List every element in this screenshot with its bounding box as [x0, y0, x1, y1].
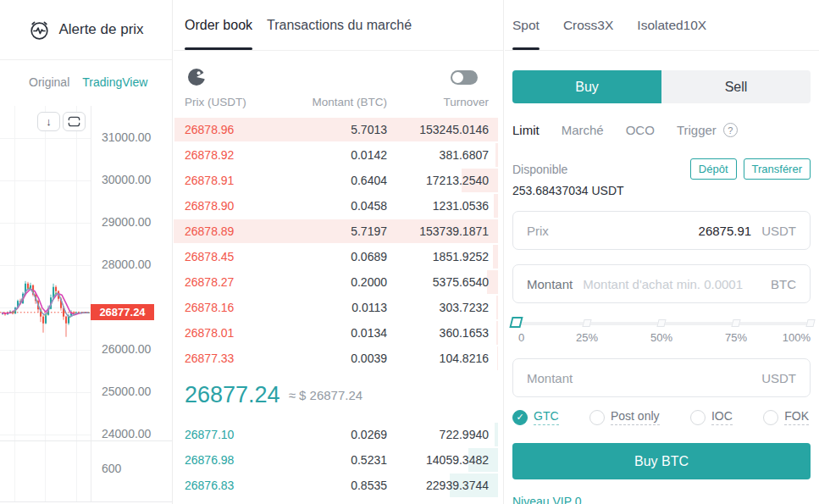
sell-tab[interactable]: Sell [661, 70, 811, 103]
tab-isolated-label: Isolated10X [637, 18, 706, 33]
last-price-usd: ≈ $ 26877.24 [289, 388, 362, 402]
time-in-force-row: ✓GTCPost onlyIOCFOK [512, 409, 809, 425]
download-chart-button[interactable]: ↓ [37, 112, 60, 131]
grid-line-vertical [14, 106, 15, 501]
amount-input[interactable] [583, 277, 761, 291]
price-axis-tick: 30000.00 [102, 173, 151, 188]
price-alert-header[interactable]: Alerte de prix [0, 0, 172, 60]
tab-spot[interactable]: Spot [512, 0, 540, 50]
orderbook-row-bid[interactable]: 26876.830.853522939.3744 [174, 473, 498, 498]
bid-turnover: 22939.3744 [387, 479, 489, 492]
slider-marker-25[interactable] [582, 319, 591, 327]
deposit-button[interactable]: Dépôt [690, 158, 737, 180]
last-price-row[interactable]: 26877.24 ≈ $ 26877.24 [185, 375, 362, 414]
bid-turnover: 14059.3482 [387, 453, 489, 467]
radio-icon [690, 410, 706, 425]
orderbook-row-ask[interactable]: 26878.910.640417213.2540 [174, 168, 498, 193]
grid-line-vertical [76, 106, 77, 501]
orderbook-row-bid[interactable]: 26876.980.523114059.3482 [174, 447, 498, 473]
slider-marker-75[interactable] [731, 319, 740, 327]
total-field: Montant USDT [512, 358, 811, 397]
ask-turnover: 1851.9252 [387, 250, 489, 263]
grid-line-horizontal [0, 307, 91, 308]
orderbook-row-ask[interactable]: 26878.965.7013153245.0146 [174, 117, 498, 142]
ask-amount: 0.0113 [265, 301, 387, 314]
col-turnover: Turnover [387, 96, 489, 108]
tab-original[interactable]: Original [29, 75, 69, 89]
book-ratio-icon[interactable] [187, 68, 206, 86]
help-icon[interactable]: ? [723, 123, 738, 137]
vip-level-link[interactable]: Niveau VIP 0 [512, 495, 581, 504]
tif-label: Post only [611, 409, 660, 425]
trade-panel: Spot Cross3X Isolated10X Buy Sell Limit … [505, 0, 819, 504]
bid-turnover: 722.9940 [387, 428, 489, 441]
ask-price: 26878.89 [185, 224, 265, 238]
orderbook-row-ask[interactable]: 26878.450.06891851.9252 [174, 244, 498, 269]
toggle-knob [452, 72, 463, 83]
col-amount: Montant (BTC) [265, 96, 387, 108]
ask-price: 26878.27 [185, 275, 265, 289]
grid-line-horizontal [0, 392, 91, 393]
depth-bar [495, 423, 498, 446]
orderbook-row-ask[interactable]: 26878.270.20005375.6540 [174, 269, 498, 295]
tif-option-ioc[interactable]: IOC [690, 409, 733, 425]
orderbook-row-ask[interactable]: 26878.010.0134360.1653 [174, 320, 498, 346]
depth-bar [497, 346, 498, 370]
slider-label-75: 75% [725, 331, 747, 344]
tif-option-gtc[interactable]: ✓GTC [512, 409, 559, 425]
total-input[interactable] [583, 371, 751, 385]
tif-option-fok[interactable]: FOK [763, 409, 809, 425]
order-type-limit[interactable]: Limit [512, 123, 540, 137]
ask-turnover: 1231.0536 [387, 199, 489, 213]
grid-line-horizontal [0, 435, 91, 435]
fullscreen-icon [67, 115, 81, 128]
tif-option-post-only[interactable]: Post only [589, 409, 660, 425]
grid-line-horizontal [0, 180, 91, 181]
ask-turnover: 381.6807 [387, 148, 489, 162]
tab-cross[interactable]: Cross3X [563, 0, 613, 50]
slider-label-100: 100% [783, 331, 811, 344]
ask-amount: 0.0689 [265, 250, 387, 263]
current-price-badge: 26877.24 [91, 304, 154, 320]
radio-icon [763, 410, 778, 425]
orderbook-row-bid[interactable]: 26877.100.0269722.9940 [174, 422, 498, 447]
transfer-button[interactable]: Transférer [744, 158, 811, 180]
ask-turnover: 153739.1871 [387, 224, 489, 238]
price-field-label: Prix [527, 224, 549, 238]
order-type-oco[interactable]: OCO [626, 123, 655, 137]
tab-isolated[interactable]: Isolated10X [637, 0, 706, 50]
grid-line-horizontal [0, 138, 91, 139]
grid-line-vertical [45, 106, 46, 501]
orderbook-row-ask[interactable]: 26877.330.0039104.8216 [174, 346, 498, 371]
bid-amount: 0.5231 [265, 453, 387, 467]
buy-tab[interactable]: Buy [512, 70, 661, 103]
orderbook-row-ask[interactable]: 26878.920.0142381.6807 [174, 142, 498, 168]
time-axis-line [0, 501, 173, 502]
fullscreen-chart-button[interactable] [63, 112, 86, 131]
col-price: Prix (USDT) [185, 96, 265, 108]
orderbook-row-ask[interactable]: 26878.895.7197153739.1871 [174, 219, 498, 244]
slider-handle[interactable] [509, 317, 523, 328]
tab-order-book[interactable]: Order book [185, 0, 252, 50]
slider-label-0: 0 [518, 331, 524, 344]
slider-marker-100[interactable] [805, 319, 815, 327]
orderbook-row-ask[interactable]: 26878.900.04581231.0536 [174, 193, 498, 219]
available-buttons: Dépôt Transférer [690, 158, 811, 180]
amount-field-label: Montant [527, 277, 573, 291]
amount-field: Montant BTC [512, 264, 811, 303]
submit-buy-button[interactable]: Buy BTC [512, 443, 811, 479]
ask-rows: 26878.965.7013153245.014626878.920.01423… [174, 117, 498, 371]
tab-spot-label: Spot [512, 18, 540, 33]
order-type-trigger[interactable]: Trigger [677, 123, 717, 137]
available-balance: 253.68437034 USDT [512, 184, 624, 197]
slider-marker-50[interactable] [656, 319, 666, 327]
turnover-toggle[interactable] [451, 70, 478, 85]
bid-price: 26876.83 [185, 479, 265, 492]
chart-panel: Alerte de prix Original TradingView ↓ [0, 0, 173, 504]
order-type-market[interactable]: Marché [562, 123, 604, 137]
tab-tradingview[interactable]: TradingView [82, 75, 147, 89]
orderbook-row-ask[interactable]: 26878.160.0113303.7232 [174, 295, 498, 320]
price-input[interactable] [559, 224, 751, 238]
tab-market-trades[interactable]: Transactions du marché [267, 0, 412, 50]
ask-price: 26878.45 [185, 250, 265, 263]
